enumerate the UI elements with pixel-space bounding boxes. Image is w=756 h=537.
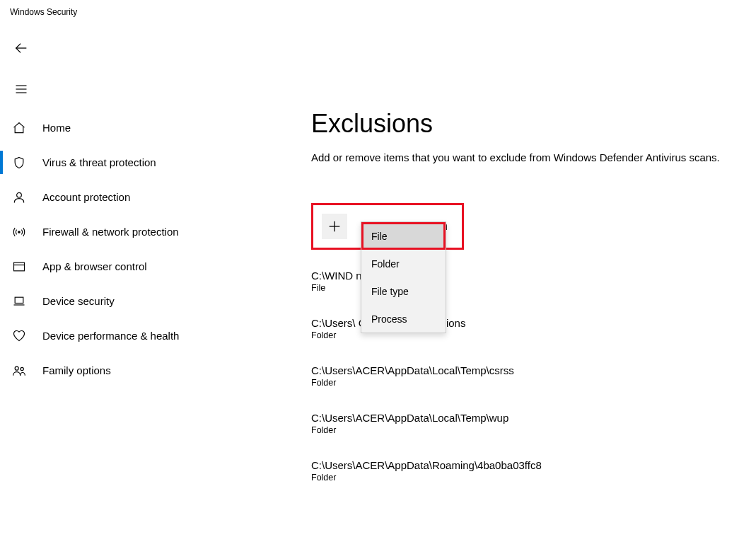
sidebar-item-virus[interactable]: Virus & threat protection — [0, 145, 283, 180]
exclusion-item[interactable]: C:\Users\ACER\AppData\Roaming\4ba0ba03ff… — [311, 459, 745, 483]
svg-rect-6 — [14, 262, 25, 271]
sidebar-item-label: Account protection — [42, 191, 130, 203]
back-button[interactable] — [7, 34, 35, 62]
app-title: Windows Security — [0, 0, 756, 17]
svg-point-9 — [15, 366, 18, 370]
sidebar-item-label: Firewall & network protection — [42, 226, 179, 238]
dropdown-item-label: Folder — [371, 258, 400, 270]
dropdown-item-label: Process — [371, 313, 407, 325]
dropdown-item-filetype[interactable]: File type — [361, 277, 446, 305]
menu-button[interactable] — [7, 75, 35, 103]
dropdown-item-process[interactable]: Process — [361, 305, 446, 333]
app-window-icon — [11, 259, 27, 275]
sidebar-item-performance[interactable]: Device performance & health — [0, 318, 283, 353]
svg-point-10 — [21, 367, 23, 370]
dropdown-item-label: File type — [371, 286, 409, 297]
sidebar-item-label: App & browser control — [42, 260, 147, 272]
main-content: Exclusions Add or remove items that you … — [283, 103, 756, 507]
sidebar-item-account[interactable]: Account protection — [0, 180, 283, 214]
exclusion-path: C:\Users\ACER\AppData\Local\Temp\wup — [311, 412, 745, 424]
back-arrow-icon — [13, 40, 29, 56]
exclusion-item[interactable]: C:\Users\ACER\AppData\Local\Temp\wup Fol… — [311, 412, 745, 435]
svg-point-5 — [18, 231, 21, 233]
exclusion-path: C:\Users\ACER\AppData\Local\Temp\csrss — [311, 364, 745, 376]
laptop-icon — [11, 294, 27, 309]
sidebar: Home Virus & threat protection Account p… — [0, 103, 283, 507]
sidebar-item-family[interactable]: Family options — [0, 353, 283, 388]
exclusion-item[interactable]: C:\Users\ACER\AppData\Local\Temp\csrss F… — [311, 364, 745, 388]
exclusion-type-dropdown: File Folder File type Process — [361, 221, 446, 333]
dropdown-item-file[interactable]: File — [361, 222, 446, 250]
sidebar-item-label: Family options — [42, 364, 111, 376]
sidebar-item-label: Device security — [42, 295, 115, 307]
sidebar-item-firewall[interactable]: Firewall & network protection — [0, 214, 283, 249]
page-description: Add or remove items that you want to exc… — [311, 150, 735, 166]
shield-icon — [11, 155, 27, 171]
exclusion-type: Folder — [311, 425, 745, 435]
sidebar-item-device[interactable]: Device security — [0, 284, 283, 318]
exclusion-path: C:\Users\ACER\AppData\Roaming\4ba0ba03ff… — [311, 459, 745, 471]
dropdown-item-folder[interactable]: Folder — [361, 250, 446, 277]
page-title: Exclusions — [311, 109, 745, 139]
svg-rect-8 — [15, 297, 23, 303]
sidebar-item-appbrowser[interactable]: App & browser control — [0, 249, 283, 284]
home-icon — [11, 120, 27, 136]
sidebar-item-label: Home — [42, 122, 71, 134]
svg-point-4 — [17, 192, 22, 197]
exclusion-type: Folder — [311, 473, 745, 483]
sidebar-item-label: Virus & threat protection — [42, 156, 156, 168]
plus-icon — [322, 214, 347, 239]
sidebar-item-label: Device performance & health — [42, 330, 179, 342]
people-icon — [11, 363, 27, 379]
person-icon — [11, 190, 27, 205]
sidebar-item-home[interactable]: Home — [0, 110, 283, 145]
heart-icon — [11, 328, 27, 344]
exclusion-type: Folder — [311, 378, 745, 388]
antenna-icon — [11, 224, 27, 240]
dropdown-item-label: File — [371, 231, 388, 242]
hamburger-icon — [14, 82, 28, 96]
